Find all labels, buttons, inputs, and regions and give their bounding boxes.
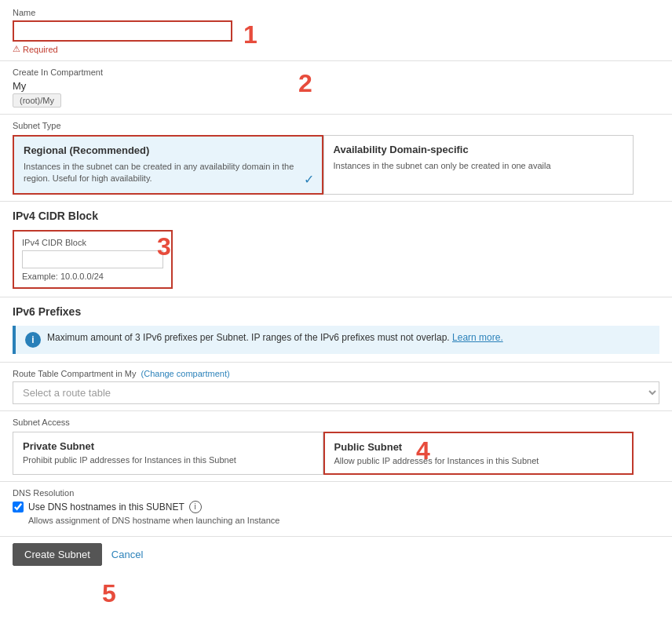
subnet-card-ad-specific[interactable]: Availability Domain-specific Instances i… [323, 135, 634, 195]
ad-specific-desc: Instances in the subnet can only be crea… [334, 160, 624, 172]
ipv6-header: IPv6 Prefixes [13, 305, 659, 318]
required-icon: ⚠ [13, 44, 20, 54]
learn-more-link[interactable]: Learn more. [452, 332, 503, 343]
create-subnet-button[interactable]: Create Subnet [13, 543, 102, 566]
action-section: Create Subnet Cancel [0, 537, 672, 572]
subnet-access-section: Subnet Access Private Subnet Prohibit pu… [0, 411, 672, 482]
dns-row: Use DNS hostnames in this SUBNET i [13, 501, 659, 513]
subnet-type-section: Subnet Type Regional (Recommended) Insta… [0, 115, 672, 202]
private-subnet-desc: Prohibit public IP addresses for Instanc… [23, 455, 313, 465]
dns-label: DNS Resolution [13, 488, 659, 498]
access-card-public[interactable]: Public Subnet Allow public IP addresses … [323, 432, 634, 475]
dns-info-icon[interactable]: i [189, 501, 202, 513]
checkmark-icon: ✓ [304, 172, 314, 187]
required-message: ⚠ Required [13, 44, 659, 54]
ipv6-info-text: Maximum amount of 3 IPv6 prefixes per Su… [47, 332, 503, 343]
cidr-inner-box: IPv4 CIDR Block Example: 10.0.0.0/24 [13, 230, 173, 289]
compartment-path[interactable]: (root)/My [13, 93, 61, 108]
ipv6-info-bar: i Maximum amount of 3 IPv6 prefixes per … [13, 326, 659, 354]
subnet-card-regional[interactable]: Regional (Recommended) Instances in the … [13, 135, 323, 195]
cidr-field-label: IPv4 CIDR Block [22, 238, 163, 247]
dns-checkbox[interactable] [13, 502, 24, 513]
annotation-5: 5 [102, 581, 116, 606]
cidr-input[interactable] [22, 250, 163, 268]
compartment-label: Create In Compartment [13, 67, 659, 77]
private-subnet-title: Private Subnet [23, 440, 313, 452]
public-subnet-title: Public Subnet [334, 441, 623, 453]
dns-checkbox-label: Use DNS hostnames in this SUBNET [28, 502, 184, 513]
route-label: Route Table Compartment in My (Change co… [13, 369, 659, 378]
route-table-section: Route Table Compartment in My (Change co… [0, 363, 672, 411]
ipv4-header: IPv4 CIDR Block [13, 210, 659, 222]
name-section: Name ⚠ Required [0, 0, 672, 61]
compartment-section: Create In Compartment My (root)/My [0, 61, 672, 115]
compartment-value: My [13, 80, 659, 92]
ipv4-section: IPv4 CIDR Block IPv4 CIDR Block Example:… [0, 202, 672, 297]
cancel-link[interactable]: Cancel [111, 549, 143, 560]
change-compartment-link[interactable]: (Change compartment) [141, 369, 230, 378]
public-subnet-desc: Allow public IP addresses for Instances … [334, 456, 623, 465]
name-input[interactable] [13, 20, 232, 42]
access-cards: Private Subnet Prohibit public IP addres… [13, 432, 659, 475]
page-container: 1 Name ⚠ Required 2 Create In Compartmen… [0, 0, 672, 642]
ipv6-section: IPv6 Prefixes i Maximum amount of 3 IPv6… [0, 297, 672, 363]
name-label: Name [13, 8, 659, 17]
regional-desc: Instances in the subnet can be created i… [24, 161, 312, 185]
cidr-example: Example: 10.0.0.0/24 [22, 272, 163, 281]
dns-sub-description: Allows assignment of DNS hostname when l… [28, 516, 659, 525]
route-table-select[interactable]: Select a route table [13, 381, 659, 404]
ad-specific-title: Availability Domain-specific [334, 144, 624, 155]
dns-section: DNS Resolution Use DNS hostnames in this… [0, 482, 672, 537]
subnet-type-cards: Regional (Recommended) Instances in the … [13, 135, 659, 195]
regional-title: Regional (Recommended) [24, 144, 312, 156]
access-card-private[interactable]: Private Subnet Prohibit public IP addres… [13, 432, 323, 475]
access-label: Subnet Access [13, 418, 659, 427]
info-icon: i [25, 332, 41, 348]
subnet-type-label: Subnet Type [13, 121, 659, 130]
